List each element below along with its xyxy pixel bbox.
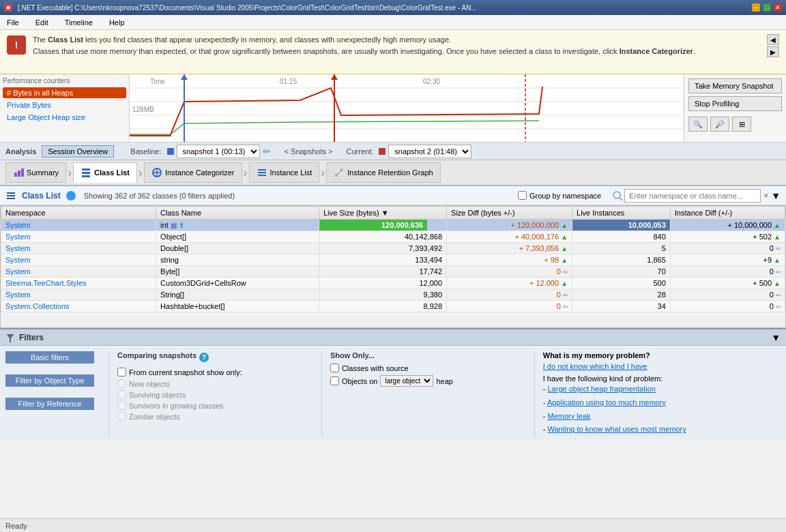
svg-text:02:30: 02:30 xyxy=(423,78,440,85)
perf-item-bytes-heap[interactable]: # Bytes in all Heaps xyxy=(3,87,126,98)
filters-body: Basic filters Filter by Object Type Filt… xyxy=(0,346,786,442)
info-navigation: ◀ ▶ xyxy=(767,34,779,57)
menu-help[interactable]: Help xyxy=(106,17,128,28)
analysis-label: Analysis xyxy=(5,147,36,156)
table-row[interactable]: Systemstring133,494+ 98 ▲1,865+9 ▲ xyxy=(1,254,785,266)
perf-chart-svg: Time 01:15 02:30 128MB xyxy=(130,74,684,142)
filters-collapse-button[interactable]: ▼ xyxy=(771,332,781,343)
minimize-button[interactable]: ─ xyxy=(752,3,760,12)
tab-instance-retention-label: Instance Retention Graph xyxy=(347,168,433,177)
close-button[interactable]: ✕ xyxy=(774,3,782,12)
problem-memory-leak-link[interactable]: Memory leak xyxy=(547,412,590,420)
summary-icon xyxy=(13,167,24,178)
table-row[interactable]: SystemDouble[]7,393,492+ 7,393,056 ▲50 ═ xyxy=(1,243,785,254)
session-overview-tab[interactable]: Session Overview xyxy=(42,145,114,158)
classes-with-source-checkbox[interactable] xyxy=(330,364,339,372)
class-list-icon xyxy=(81,167,91,178)
svg-rect-15 xyxy=(21,168,24,177)
baseline-snapshot-select[interactable]: snapshot 1 (00:13) xyxy=(177,145,260,158)
comparing-snapshots-col: Comparing snapshots ? From current snaps… xyxy=(109,351,322,437)
menu-edit[interactable]: Edit xyxy=(33,17,51,28)
col-livesize[interactable]: Live Size (bytes) ▼ xyxy=(319,207,447,220)
info-next-button[interactable]: ▶ xyxy=(767,46,779,57)
problem-large-object-link[interactable]: Large object heap fragmentation xyxy=(547,385,655,393)
table-row[interactable]: Systemint ▦ ⬆120,000,636+ 120,000,000 ▲1… xyxy=(1,220,785,231)
col-classname[interactable]: Class Name xyxy=(156,207,319,220)
tab-instance-retention-graph[interactable]: Instance Retention Graph xyxy=(326,162,440,183)
svg-rect-30 xyxy=(7,198,15,199)
objects-on-heap-row: Objects on large object heap xyxy=(330,375,526,387)
memory-problem-col: What is my memory problem? I do not know… xyxy=(535,351,786,437)
table-row[interactable]: SystemString[]9,3800 ═280 ═ xyxy=(1,289,785,301)
col-liveinstances[interactable]: Live Instances xyxy=(572,207,671,220)
maximize-button[interactable]: □ xyxy=(763,3,771,12)
perf-sidebar: Performance counters # Bytes in all Heap… xyxy=(0,74,130,142)
tab-instance-categorizer-label: Instance Categorizer xyxy=(165,168,235,177)
menu-file[interactable]: File xyxy=(4,17,22,28)
search-clear-button[interactable]: × xyxy=(762,191,770,201)
current-snapshot-select[interactable]: snapshot 2 (01:48) xyxy=(388,145,471,158)
col-namespace[interactable]: Namespace xyxy=(1,207,156,220)
filters-header: Filters ▼ xyxy=(0,329,786,346)
objects-on-heap-checkbox[interactable] xyxy=(330,376,339,385)
basic-filters-button[interactable]: Basic filters xyxy=(5,351,94,364)
svg-text:01:15: 01:15 xyxy=(280,78,297,85)
expand-button[interactable]: ⊞ xyxy=(732,117,751,132)
edit-baseline-icon[interactable]: ✏ xyxy=(263,146,271,157)
table-row[interactable]: System.CollectionsHashtable+bucket[]8,92… xyxy=(1,301,785,312)
class-list-table: Namespace Class Name Live Size (bytes) ▼… xyxy=(1,206,785,312)
table-row[interactable]: Steema.TeeChart.StylesCustom3DGrid+Cells… xyxy=(1,278,785,289)
group-ns-label: Group by namespace xyxy=(529,192,601,200)
col-instancediff[interactable]: Instance Diff (+/-) xyxy=(670,207,785,220)
svg-line-32 xyxy=(620,198,622,201)
table-row[interactable]: SystemByte[]17,7420 ═700 ═ xyxy=(1,266,785,278)
problem-what-uses-memory-link[interactable]: Wanting to know what uses most memory xyxy=(547,425,686,433)
heap-label: heap xyxy=(436,377,452,385)
tab-summary-label: Summary xyxy=(27,168,59,177)
show-only-title: Show Only... xyxy=(330,351,526,359)
tab-class-list[interactable]: Class List xyxy=(73,162,137,183)
objects-on-label: Objects on xyxy=(342,377,378,385)
status-text: Ready xyxy=(5,522,27,530)
menu-timeline[interactable]: Timeline xyxy=(62,17,96,28)
snapshots-nav[interactable]: < Snapshots > xyxy=(285,147,333,156)
tab-class-list-label: Class List xyxy=(94,168,130,177)
search-dropdown-icon[interactable]: ▼ xyxy=(771,190,781,201)
filters-title: Filters xyxy=(5,333,44,342)
from-current-checkbox[interactable] xyxy=(117,368,126,376)
svg-marker-33 xyxy=(7,334,14,342)
radio-surviving-objects: Surviving objects xyxy=(117,390,313,399)
tab-instance-categorizer[interactable]: Instance Categorizer xyxy=(144,162,242,183)
table-body: Systemint ▦ ⬆120,000,636+ 120,000,000 ▲1… xyxy=(1,220,785,312)
group-by-namespace[interactable]: Group by namespace xyxy=(518,191,601,200)
perf-item-private-bytes[interactable]: Private Bytes xyxy=(3,100,126,110)
take-memory-snapshot-button[interactable]: Take Memory Snapshot xyxy=(688,78,782,93)
heap-type-select[interactable]: large object xyxy=(380,375,433,387)
zoom-in-button[interactable]: 🔍 xyxy=(688,117,708,132)
perf-item-large-object[interactable]: Large Object Heap size xyxy=(3,112,126,123)
tab-arrow-2: › xyxy=(139,166,143,180)
filter-by-reference-button[interactable]: Filter by Reference xyxy=(5,398,94,410)
col-sizediff[interactable]: Size Diff (bytes +/-) xyxy=(447,207,572,220)
problem-too-much-memory-link[interactable]: Application using too much memory xyxy=(547,398,666,407)
comparing-snapshots-help[interactable]: ? xyxy=(199,353,209,362)
table-row[interactable]: SystemObject[]40,142,868+ 40,008,176 ▲84… xyxy=(1,231,785,243)
do-not-know-link[interactable]: I do not know which kind I have xyxy=(543,362,778,370)
class-list-panel-title: Class List xyxy=(22,191,61,201)
filter-by-object-type-button[interactable]: Filter by Object Type xyxy=(5,374,94,387)
tab-instance-list[interactable]: Instance List xyxy=(249,162,320,183)
stop-profiling-button[interactable]: Stop Profiling xyxy=(688,96,782,111)
tab-summary[interactable]: Summary xyxy=(5,162,66,183)
svg-rect-23 xyxy=(258,172,266,173)
class-search-input[interactable] xyxy=(624,189,761,203)
class-list-header: Class List Showing 362 of 362 classes (0… xyxy=(0,186,786,205)
svg-rect-29 xyxy=(7,195,15,196)
class-list-table-container[interactable]: Namespace Class Name Live Size (bytes) ▼… xyxy=(0,205,786,328)
info-text: The Class List lets you find classes tha… xyxy=(33,34,695,57)
svg-rect-17 xyxy=(82,172,90,174)
filters-panel: Filters ▼ Basic filters Filter by Object… xyxy=(0,328,786,442)
group-ns-checkbox[interactable] xyxy=(518,191,527,200)
tab-arrow-3: › xyxy=(244,166,248,180)
zoom-out-button[interactable]: 🔎 xyxy=(710,117,729,132)
info-prev-button[interactable]: ◀ xyxy=(767,34,779,45)
